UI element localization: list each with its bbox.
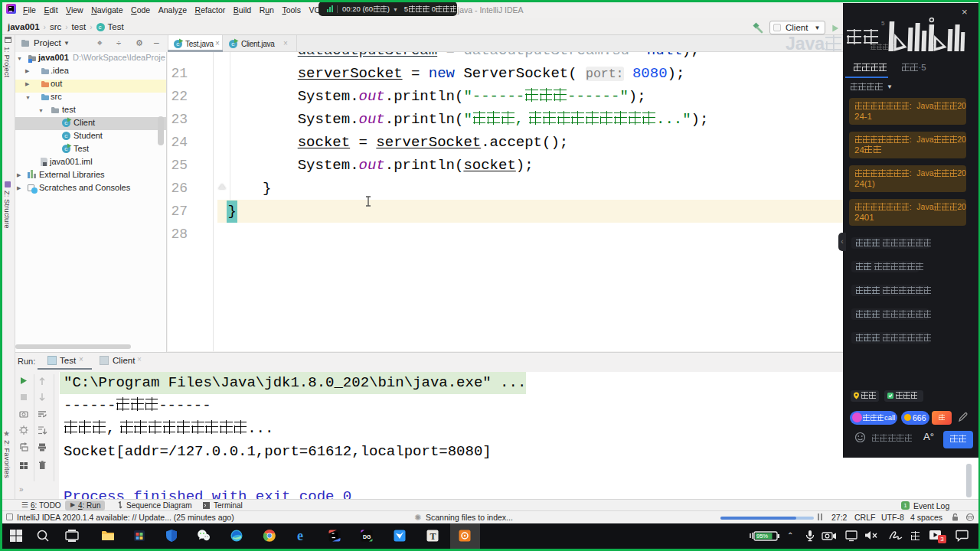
svg-text:T: T (430, 531, 436, 542)
svg-text:e: e (297, 529, 303, 543)
svg-text:95%: 95% (756, 533, 768, 540)
svg-text:DG: DG (363, 534, 371, 540)
